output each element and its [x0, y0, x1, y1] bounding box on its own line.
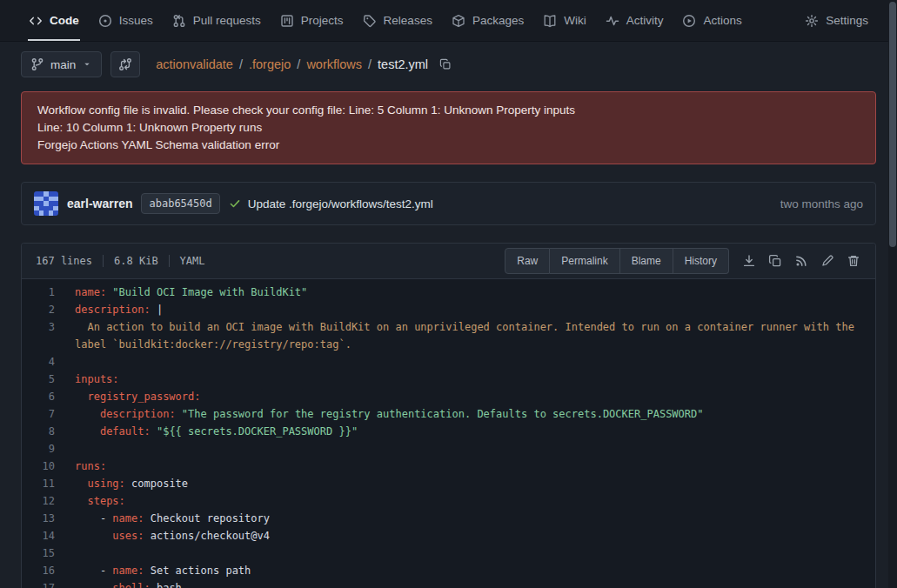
line-number[interactable]: 7: [22, 405, 55, 423]
commit-message[interactable]: Update .forgejo/workflows/test2.yml: [248, 197, 433, 210]
line-number[interactable]: 5: [22, 371, 55, 388]
file-view: 167 lines 6.8 KiB YAML RawPermalinkBlame…: [21, 243, 876, 588]
nav-item-releases[interactable]: Releases: [353, 0, 442, 41]
line-number[interactable]: 6: [22, 388, 55, 405]
nav-item-wiki[interactable]: Wiki: [533, 0, 596, 41]
line-number[interactable]: 3: [22, 318, 55, 353]
pull-request-icon: [172, 14, 186, 28]
code-line: 11 using: composite: [22, 475, 875, 492]
line-number[interactable]: 8: [22, 423, 55, 440]
error-message-line: Workflow config file is invalid. Please …: [37, 102, 860, 119]
scrollbar-thumb[interactable]: [889, 2, 896, 247]
code-token: -: [75, 565, 112, 577]
line-content: - name: Set actions path: [55, 562, 875, 579]
line-content: default: "${{ secrets.DOCKER_PASSWORD }}…: [55, 423, 875, 440]
branch-icon: [30, 57, 44, 71]
line-number[interactable]: 10: [22, 458, 55, 475]
code-token: [75, 391, 87, 403]
code-token: "Build OCI Image with BuildKit": [106, 286, 307, 298]
nav-item-pull-requests[interactable]: Pull requests: [163, 0, 271, 41]
nav-item-packages[interactable]: Packages: [442, 0, 533, 41]
code-token: [75, 408, 100, 420]
project-icon: [280, 14, 294, 28]
nav-item-issues[interactable]: Issues: [89, 0, 163, 41]
nav-item-settings[interactable]: Settings: [795, 0, 878, 41]
line-number[interactable]: 14: [22, 527, 55, 545]
permalink-button[interactable]: Permalink: [550, 248, 619, 274]
line-content: description: "The password for the regis…: [55, 405, 875, 423]
breadcrumb-separator: /: [239, 57, 243, 71]
line-number[interactable]: 16: [22, 562, 55, 579]
copy-path-icon[interactable]: [439, 58, 452, 70]
nav-item-projects[interactable]: Projects: [271, 0, 353, 41]
compare-icon: [118, 57, 132, 71]
file-meta: 167 lines 6.8 KiB YAML: [36, 255, 205, 267]
copy-icon: [768, 254, 782, 268]
rss-icon: [794, 254, 808, 268]
history-button[interactable]: History: [673, 248, 729, 274]
line-number[interactable]: 11: [22, 475, 55, 492]
commit-author[interactable]: earl-warren: [67, 197, 132, 210]
code-token: uses:: [112, 530, 144, 542]
code-line: 9: [22, 440, 875, 458]
edit-icon: [820, 254, 834, 268]
code-token: name:: [112, 565, 144, 577]
line-number[interactable]: 1: [22, 284, 55, 301]
branch-selector[interactable]: main: [21, 51, 102, 77]
code-line: 8 default: "${{ secrets.DOCKER_PASSWORD …: [22, 423, 875, 440]
line-number[interactable]: 12: [22, 492, 55, 510]
nav-item-label: Actions: [703, 14, 741, 27]
line-number[interactable]: 15: [22, 545, 55, 562]
code-token: default:: [100, 425, 151, 438]
breadcrumb-segment--forgejo[interactable]: .forgejo: [249, 57, 291, 71]
nav-item-label: Projects: [301, 14, 344, 27]
nav-item-actions[interactable]: Actions: [673, 0, 751, 41]
download-button[interactable]: [736, 248, 762, 274]
delete-button[interactable]: [840, 248, 867, 274]
error-banner: Workflow config file is invalid. Please …: [21, 91, 876, 164]
file-size: 6.8 KiB: [114, 255, 158, 267]
code-line: 4: [22, 353, 875, 371]
avatar[interactable]: [34, 191, 58, 216]
breadcrumb-segment-test2-yml: test2.yml: [378, 57, 428, 71]
tag-icon: [363, 14, 377, 28]
nav-item-code[interactable]: Code: [19, 0, 89, 41]
code-line: 6 registry_password:: [22, 388, 875, 405]
line-number[interactable]: 9: [22, 440, 55, 458]
breadcrumb-segment-actionvalidate[interactable]: actionvalidate: [156, 57, 233, 71]
code-token: "The password for the registry authentic…: [176, 408, 704, 420]
line-number[interactable]: 17: [22, 579, 55, 588]
line-number[interactable]: 13: [22, 510, 55, 527]
code-token: steps:: [87, 495, 124, 507]
nav-item-label: Wiki: [564, 14, 586, 27]
top-nav-items: CodeIssuesPull requestsProjectsReleasesP…: [19, 0, 752, 41]
line-content: name: "Build OCI Image with BuildKit": [55, 284, 875, 301]
compare-button[interactable]: [110, 51, 140, 77]
rss-button[interactable]: [788, 248, 814, 274]
line-content: inputs:: [55, 371, 875, 388]
code-token: runs:: [75, 460, 106, 472]
line-number[interactable]: 4: [22, 353, 55, 371]
line-content: [55, 353, 875, 371]
code-icon: [29, 14, 43, 28]
package-icon: [452, 14, 465, 28]
error-message-line: Forgejo Actions YAML Schema validation e…: [37, 137, 860, 154]
commit-time: two months ago: [780, 197, 863, 210]
code-token: -: [75, 512, 112, 525]
code-line: 3 An action to build an OCI image with B…: [22, 318, 875, 353]
commit-hash-button[interactable]: abab65450d: [141, 193, 219, 214]
copy-button[interactable]: [762, 248, 788, 274]
code-line: 17 shell: bash: [22, 579, 875, 588]
nav-item-label: Settings: [826, 14, 868, 27]
breadcrumb-separator: /: [297, 57, 300, 71]
edit-button[interactable]: [814, 248, 840, 274]
nav-item-label: Issues: [119, 14, 153, 27]
line-content: [55, 440, 875, 458]
repo-toolbar: main actionvalidate/.forgejo/workflows/t…: [0, 42, 897, 88]
raw-button[interactable]: Raw: [505, 248, 550, 274]
nav-item-activity[interactable]: Activity: [596, 0, 673, 41]
line-content: shell: bash: [55, 579, 875, 588]
blame-button[interactable]: Blame: [620, 248, 673, 274]
line-number[interactable]: 2: [22, 301, 55, 318]
breadcrumb-segment-workflows[interactable]: workflows: [306, 57, 362, 71]
